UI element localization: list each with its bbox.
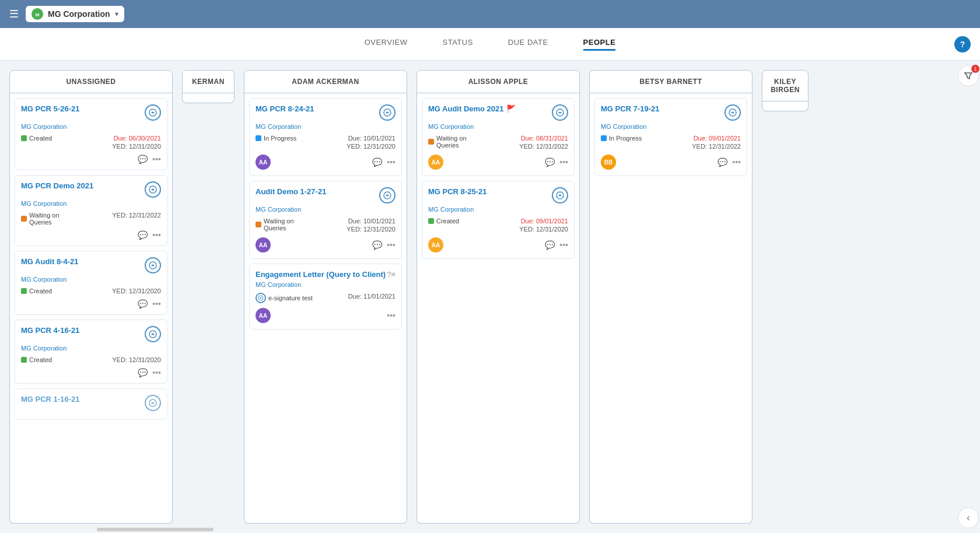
card-title[interactable]: Audit Demo 1-27-21 xyxy=(256,187,379,196)
more-options-icon[interactable]: ••• xyxy=(152,230,161,240)
scroll-track[interactable] xyxy=(97,528,214,531)
due-date: Due: 11/01/2021 xyxy=(348,293,396,300)
filter-icon xyxy=(964,71,973,80)
more-options-icon[interactable]: ••• xyxy=(387,157,396,167)
card-org: MG Corporation xyxy=(601,123,741,130)
yed-date: YED: 12/31/2020 xyxy=(112,287,161,294)
tab-due-date[interactable]: DUE DATE xyxy=(508,38,548,51)
card-type-icon xyxy=(145,104,161,121)
card-title[interactable]: MG PCR 8-24-21 xyxy=(256,104,379,113)
card-title[interactable]: MG PCR 8-25-21 xyxy=(428,187,552,196)
status-badge: In Progress xyxy=(601,135,642,142)
table-row[interactable]: MG PCR 8-24-21 MG Corporation In Progres… xyxy=(249,98,402,176)
comment-icon[interactable]: 💬 xyxy=(545,157,555,167)
more-options-icon[interactable]: ••• xyxy=(387,311,396,320)
card-title[interactable]: MG PCR 7-19-21 xyxy=(601,104,724,113)
status-badge: Waiting onQueries xyxy=(21,212,60,226)
table-row[interactable]: MG PCR 4-16-21 MG Corporation Created YE… xyxy=(15,320,167,384)
comment-icon[interactable]: 💬 xyxy=(372,240,382,250)
card-type-icon xyxy=(724,104,741,121)
yed-date: YED: 12/31/2022 xyxy=(112,212,161,219)
comment-icon[interactable]: 💬 xyxy=(138,299,148,308)
status-badge: Created xyxy=(428,218,459,225)
column-unassigned: UNASSIGNED MG PCR 5-26-21 MG Corporation… xyxy=(9,70,173,524)
avatar: AA xyxy=(256,155,271,170)
status-dot xyxy=(256,135,261,141)
more-options-icon[interactable]: ••• xyxy=(152,368,161,377)
comment-icon[interactable]: 💬 xyxy=(138,230,148,240)
column-alisson-apple: ALISSON APPLE MG Audit Demo 2021 🚩 MG Co… xyxy=(416,70,580,524)
table-row[interactable]: Audit Demo 1-27-21 MG Corporation Waitin… xyxy=(249,181,402,259)
more-options-icon[interactable]: ••• xyxy=(732,157,741,167)
org-name: MG Corporation xyxy=(48,9,110,19)
status-badge: Created xyxy=(21,356,52,363)
card-title[interactable]: MG PCR 1-16-21 xyxy=(21,395,145,404)
card-org: MG Corporation xyxy=(256,123,396,130)
status-dot xyxy=(428,218,434,224)
tab-status[interactable]: STATUS xyxy=(442,38,473,51)
card-type-icon xyxy=(379,187,396,204)
org-logo: M xyxy=(32,8,43,20)
filter-button[interactable]: 1 xyxy=(958,65,979,86)
status-badge: e-signature test xyxy=(256,293,313,303)
comment-icon[interactable]: 💬 xyxy=(138,155,148,164)
filter-badge: 1 xyxy=(971,65,979,73)
org-switcher[interactable]: M MG Corporation ▾ xyxy=(26,6,124,22)
tab-overview[interactable]: OVERVIEW xyxy=(365,38,408,51)
comment-icon[interactable]: 💬 xyxy=(545,240,555,250)
avatar: AA xyxy=(256,237,271,253)
card-org: MG Corporation xyxy=(256,206,396,213)
more-options-icon[interactable]: ••• xyxy=(559,240,568,250)
table-row[interactable]: MG PCR 5-26-21 MG Corporation Created Du… xyxy=(15,98,167,170)
tab-people[interactable]: PEOPLE xyxy=(583,38,616,51)
table-row[interactable]: MG Audit Demo 2021 🚩 MG Corporation Wait… xyxy=(422,98,575,176)
chevron-down-icon: ▾ xyxy=(115,10,118,18)
table-row[interactable]: Engagement Letter (Query to Client) ?≡ M… xyxy=(249,264,402,329)
yed-date: YED: 12/31/2020 xyxy=(346,226,396,233)
card-title[interactable]: MG PCR 4-16-21 xyxy=(21,326,145,335)
comment-icon[interactable]: 💬 xyxy=(718,157,727,167)
card-title[interactable]: MG Audit Demo 2021 xyxy=(428,104,504,113)
more-options-icon[interactable]: ••• xyxy=(152,155,161,164)
status-dot xyxy=(21,216,27,222)
card-org: MG Corporation xyxy=(428,206,568,213)
column-header-kerman: KERMAN xyxy=(182,70,235,93)
status-dot xyxy=(21,288,27,294)
status-badge: In Progress xyxy=(256,135,296,142)
help-button[interactable]: ? xyxy=(954,36,971,52)
table-row[interactable]: MG PCR 7-19-21 MG Corporation In Progres… xyxy=(594,98,747,176)
column-body-unassigned: MG PCR 5-26-21 MG Corporation Created Du… xyxy=(9,93,173,524)
table-row[interactable]: MG PCR 1-16-21 xyxy=(15,388,167,420)
column-adam-ackerman: ADAM ACKERMAN MG PCR 8-24-21 MG Corporat… xyxy=(244,70,407,524)
column-body-kerman xyxy=(182,93,235,103)
card-title[interactable]: Engagement Letter (Query to Client) xyxy=(256,270,387,279)
yed-date: YED: 12/31/2020 xyxy=(112,356,161,363)
status-badge: Waiting onQueries xyxy=(256,218,294,232)
column-body-adam-ackerman: MG PCR 8-24-21 MG Corporation In Progres… xyxy=(244,93,407,524)
card-org: MG Corporation xyxy=(428,123,568,130)
card-org: MG Corporation xyxy=(256,281,396,288)
more-options-icon[interactable]: ••• xyxy=(387,240,396,250)
menu-icon[interactable]: ☰ xyxy=(9,8,19,20)
due-date: Due: 10/01/2021 xyxy=(348,135,396,142)
yed-date: YED: 12/31/2022 xyxy=(692,143,741,150)
card-org: MG Corporation xyxy=(21,345,161,352)
table-row[interactable]: MG PCR Demo 2021 MG Corporation Waiting … xyxy=(15,175,167,246)
avatar: AA xyxy=(256,308,271,323)
card-title[interactable]: MG Audit 8-4-21 xyxy=(21,257,145,266)
horizontal-scrollbar[interactable] xyxy=(0,526,957,533)
svg-text:M: M xyxy=(36,12,40,17)
card-title[interactable]: MG PCR 5-26-21 xyxy=(21,104,145,113)
comment-icon[interactable]: 💬 xyxy=(138,368,148,377)
more-options-icon[interactable]: ••• xyxy=(152,299,161,308)
more-options-icon[interactable]: ••• xyxy=(559,157,568,167)
table-row[interactable]: MG PCR 8-25-21 MG Corporation Created Du… xyxy=(422,181,575,259)
collapse-button[interactable]: ‹ xyxy=(958,507,979,528)
card-title[interactable]: MG PCR Demo 2021 xyxy=(21,181,145,190)
table-row[interactable]: MG Audit 8-4-21 MG Corporation Created Y… xyxy=(15,251,167,315)
column-header-kiley-birgen: KILEY BIRGEN xyxy=(762,70,808,101)
due-date: Due: 10/01/2021 xyxy=(348,218,396,225)
column-header-unassigned: UNASSIGNED xyxy=(9,70,173,93)
avatar: AA xyxy=(428,155,443,170)
comment-icon[interactable]: 💬 xyxy=(372,157,382,167)
